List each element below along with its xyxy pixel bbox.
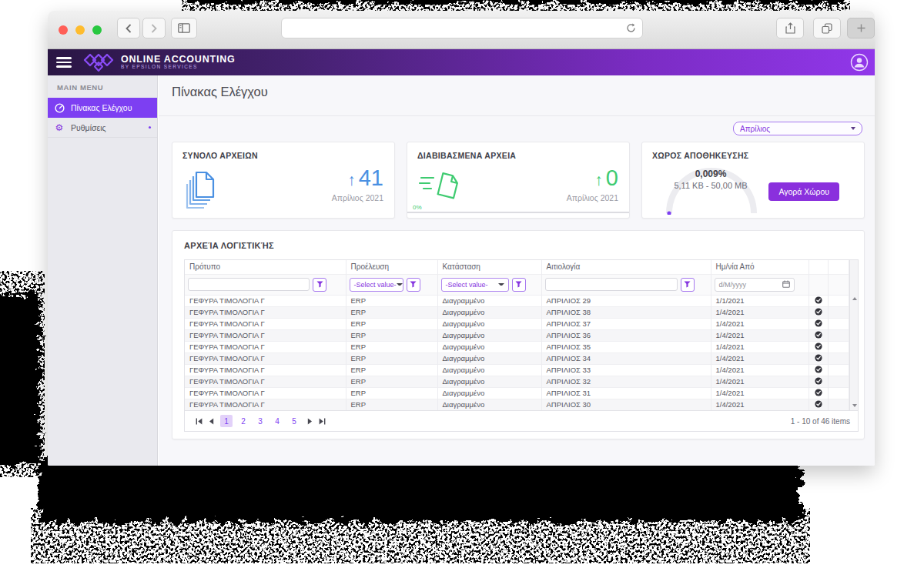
- stat-cards: ΣΥΝΟΛΟ ΑΡΧΕΙΩΝ ↑ 41 Απρίλιος 2021: [172, 142, 865, 219]
- column-header-source[interactable]: Προέλευση: [346, 260, 437, 274]
- buy-storage-button[interactable]: Αγορά Χώρου: [768, 182, 839, 201]
- reload-icon[interactable]: [626, 22, 636, 36]
- date-from-filter-input[interactable]: d/M/yyyy: [715, 278, 795, 292]
- table-row[interactable]: ΓΕΦΥΡΑ ΤΙΜΟΛΟΓΙΑ Γ ERP Διαγραμμένο ΑΠΡΙΛ…: [185, 306, 849, 318]
- app-header: ONLINE ACCOUNTING BY EPSILON SERVICES: [48, 49, 875, 75]
- filter-funnel-button[interactable]: [407, 278, 420, 292]
- cell-template: ΓΕΦΥΡΑ ΤΙΜΟΛΟΓΙΑ Γ: [185, 341, 346, 352]
- sidebar-section-label: MAIN MENU: [48, 75, 157, 98]
- check-circle-icon: [815, 342, 822, 350]
- funnel-icon: [316, 281, 323, 288]
- zoom-window-button[interactable]: [92, 25, 102, 35]
- forward-button[interactable]: [142, 18, 166, 38]
- cell-extra: [828, 387, 849, 399]
- table-scrollbar[interactable]: [849, 260, 859, 410]
- chevron-down-icon: [851, 127, 855, 130]
- minimize-window-button[interactable]: [75, 25, 85, 35]
- page-button-5[interactable]: 5: [288, 415, 300, 427]
- page-button-3[interactable]: 3: [254, 415, 266, 427]
- scroll-up-arrow-icon[interactable]: [852, 297, 857, 300]
- cell-checked: [808, 295, 828, 306]
- filter-funnel-button[interactable]: [512, 278, 526, 292]
- cell-template: ΓΕΦΥΡΑ ΤΙΜΟΛΟΓΙΑ Γ: [185, 352, 346, 364]
- cell-reason: ΑΠΡΙΛΙΟΣ 34: [541, 352, 711, 364]
- table-row[interactable]: ΓΕΦΥΡΑ ΤΙΜΟΛΟΓΙΑ Γ ERP Διαγραμμένο ΑΠΡΙΛ…: [185, 364, 849, 376]
- table-row[interactable]: ΓΕΦΥΡΑ ΤΙΜΟΛΟΓΙΑ Γ ERP Διαγραμμένο ΑΠΡΙΛ…: [185, 352, 849, 364]
- storage-percent: 0,009%: [654, 169, 767, 179]
- storage-usage: 5,11 KB - 50,00 MB: [654, 181, 767, 190]
- cell-date: 1/4/2021: [711, 306, 808, 318]
- hamburger-menu-icon[interactable]: [56, 55, 72, 70]
- tab-overview-button[interactable]: [813, 18, 841, 38]
- sidebar-toggle-button[interactable]: [171, 18, 197, 38]
- scroll-down-arrow-icon[interactable]: [852, 404, 857, 407]
- progress-percent-label: 0%: [413, 204, 422, 211]
- table-row[interactable]: ΓΕΦΥΡΑ ΤΙΜΟΛΟΓΙΑ Γ ERP Διαγραμμένο ΑΠΡΙΛ…: [185, 318, 849, 329]
- calendar-icon[interactable]: [782, 280, 790, 289]
- app-logo-icon: [82, 51, 115, 74]
- page-button-4[interactable]: 4: [271, 415, 283, 427]
- gear-icon: ⚙: [48, 122, 71, 133]
- stat-value: ↑ 0: [594, 165, 618, 191]
- cell-checked: [808, 399, 828, 410]
- template-filter-input[interactable]: [188, 278, 310, 291]
- sidebar-item-settings[interactable]: ⚙ Ρυθμίσεις: [48, 118, 157, 138]
- cell-reason: ΑΠΡΙΛΙΟΣ 29: [541, 295, 711, 306]
- cell-extra: [828, 306, 849, 318]
- funnel-icon: [410, 281, 417, 288]
- cell-checked: [808, 306, 828, 318]
- check-circle-icon: [815, 308, 822, 316]
- month-select[interactable]: Απρίλιος: [733, 122, 862, 135]
- column-header-template[interactable]: Πρότυπο: [185, 260, 346, 274]
- cell-template: ΓΕΦΥΡΑ ΤΙΜΟΛΟΓΙΑ Γ: [185, 387, 346, 399]
- column-header-status[interactable]: Κατάσταση: [437, 260, 541, 274]
- column-header-date-from[interactable]: Ημ/νία Από: [711, 260, 808, 274]
- stat-number: 0: [606, 165, 618, 191]
- page-button-1[interactable]: 1: [220, 415, 233, 427]
- table-row[interactable]: ΓΕΦΥΡΑ ΤΙΜΟΛΟΓΙΑ Γ ERP Διαγραμμένο ΑΠΡΙΛ…: [185, 329, 849, 341]
- tabs-icon: [822, 23, 832, 34]
- cell-date: 1/4/2021: [711, 352, 808, 364]
- column-header-reason[interactable]: Αιτιολογία: [541, 260, 711, 274]
- stat-value: ↑ 41: [347, 165, 383, 191]
- sidebar-item-dashboard[interactable]: Πίνακας Ελέγχου: [48, 98, 157, 118]
- last-page-button[interactable]: [316, 415, 328, 427]
- cell-template: ΓΕΦΥΡΑ ΤΙΜΟΛΟΓΙΑ Γ: [185, 295, 346, 306]
- check-circle-icon: [815, 377, 822, 385]
- filter-row: -Select value-: [185, 274, 849, 295]
- cell-date: 1/4/2021: [711, 329, 808, 341]
- url-address-bar[interactable]: [281, 18, 643, 38]
- check-circle-icon: [815, 354, 822, 362]
- table-row[interactable]: ΓΕΦΥΡΑ ΤΙΜΟΛΟΓΙΑ Γ ERP Διαγραμμένο ΑΠΡΙΛ…: [185, 387, 849, 399]
- new-tab-button[interactable]: [847, 18, 875, 38]
- source-filter-select[interactable]: -Select value-: [350, 278, 403, 292]
- next-page-button[interactable]: [303, 415, 316, 427]
- status-filter-select[interactable]: -Select value-: [441, 278, 509, 292]
- data-grid: Πρότυπο Προέλευση Κατάσταση Αιτιολογία Η…: [184, 259, 859, 432]
- card-title: ΣΥΝΟΛΟ ΑΡΧΕΙΩΝ: [172, 142, 394, 160]
- table-row[interactable]: ΓΕΦΥΡΑ ΤΙΜΟΛΟΓΙΑ Γ ERP Διαγραμμένο ΑΠΡΙΛ…: [185, 295, 849, 306]
- cell-status: Διαγραμμένο: [437, 376, 541, 387]
- back-button[interactable]: [117, 18, 140, 38]
- previous-page-button[interactable]: [205, 415, 217, 427]
- page-button-2[interactable]: 2: [237, 415, 249, 427]
- cell-source: ERP: [346, 352, 437, 364]
- first-page-button[interactable]: [192, 415, 205, 427]
- share-button[interactable]: [776, 18, 804, 38]
- filter-funnel-button[interactable]: [313, 278, 326, 292]
- plus-icon: [857, 24, 865, 32]
- table-row[interactable]: ΓΕΦΥΡΑ ΤΙΜΟΛΟΓΙΑ Γ ERP Διαγραμμένο ΑΠΡΙΛ…: [185, 376, 849, 387]
- cell-reason: ΑΠΡΙΛΙΟΣ 36: [541, 329, 711, 341]
- card-transmitted-files: ΔΙΑΒΙΒΑΣΜΕΝΑ ΑΡΧΕΙΑ ↑ 0 Απρίλιος 2021: [407, 142, 630, 219]
- close-window-button[interactable]: [59, 25, 68, 35]
- filter-funnel-button[interactable]: [681, 278, 695, 292]
- cell-source: ERP: [346, 399, 437, 410]
- cell-extra: [828, 295, 849, 306]
- table-row[interactable]: ΓΕΦΥΡΑ ΤΙΜΟΛΟΓΙΑ Γ ERP Διαγραμμένο ΑΠΡΙΛ…: [185, 341, 849, 352]
- user-avatar[interactable]: [850, 53, 869, 72]
- cell-extra: [828, 399, 849, 410]
- reason-filter-input[interactable]: [545, 278, 678, 291]
- cell-source: ERP: [346, 341, 437, 352]
- table-row[interactable]: ΓΕΦΥΡΑ ΤΙΜΟΛΟΓΙΑ Γ ERP Διαγραμμένο ΑΠΡΙΛ…: [185, 399, 849, 410]
- cell-date: 1/4/2021: [711, 387, 808, 399]
